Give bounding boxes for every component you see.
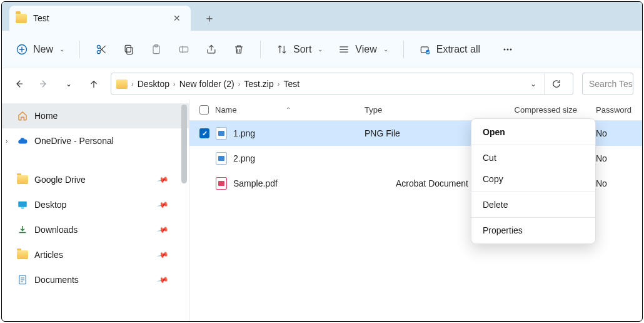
crumb-zip[interactable]: Test.zip xyxy=(244,79,273,89)
sidebar-item-label: OneDrive - Personal xyxy=(34,136,114,146)
chevron-right-icon: › xyxy=(238,80,241,88)
cloud-icon xyxy=(17,135,28,146)
svg-rect-7 xyxy=(179,46,188,51)
svg-rect-13 xyxy=(18,202,27,207)
svg-point-1 xyxy=(97,50,100,53)
copy-icon xyxy=(123,43,135,56)
crumb-newfolder[interactable]: New folder (2) xyxy=(179,79,234,89)
crumb-desktop[interactable]: Desktop xyxy=(138,79,169,89)
tab-bar: Test ✕ ＋ xyxy=(2,2,642,31)
sort-icon xyxy=(276,43,288,56)
sidebar-item-articles[interactable]: Articles 📌 xyxy=(2,242,189,267)
column-name[interactable]: Name xyxy=(215,105,237,115)
tab-close-button[interactable]: ✕ xyxy=(169,12,184,24)
file-password: No xyxy=(590,128,642,138)
refresh-button[interactable] xyxy=(544,73,568,95)
select-all-checkbox[interactable] xyxy=(199,105,209,115)
context-copy[interactable]: Copy xyxy=(471,168,595,190)
delete-button[interactable] xyxy=(226,38,251,61)
sidebar-item-downloads[interactable]: Downloads 📌 xyxy=(2,217,189,242)
share-icon xyxy=(205,43,218,56)
rename-button[interactable] xyxy=(171,38,196,61)
rename-icon xyxy=(178,43,190,56)
sidebar-item-label: Articles xyxy=(34,250,63,260)
sort-button[interactable]: Sort ⌄ xyxy=(269,38,329,61)
cut-button[interactable] xyxy=(89,38,114,61)
folder-icon xyxy=(116,79,128,89)
sidebar-item-label: Downloads xyxy=(34,225,78,235)
nav-up-button[interactable] xyxy=(86,76,102,92)
view-icon xyxy=(338,43,350,56)
image-file-icon xyxy=(216,152,227,165)
downloads-icon xyxy=(17,224,28,235)
file-list: Name ⌃ Type Compressed size Password ✓ 1… xyxy=(189,100,642,321)
chevron-right-icon: › xyxy=(131,80,134,88)
nav-back-button[interactable] xyxy=(11,76,27,92)
desktop-icon xyxy=(17,199,28,210)
svg-rect-4 xyxy=(125,45,131,52)
address-dropdown-button[interactable]: ⌄ xyxy=(526,79,540,88)
row-checkbox[interactable] xyxy=(199,153,209,163)
arrow-right-icon xyxy=(38,78,49,90)
file-name: 1.png xyxy=(233,128,255,138)
trash-icon xyxy=(233,43,245,56)
copy-button[interactable] xyxy=(116,38,141,61)
pdf-file-icon xyxy=(216,177,227,190)
column-password[interactable]: Password xyxy=(590,105,642,115)
breadcrumb-bar[interactable]: › Desktop › New folder (2) › Test.zip › … xyxy=(111,73,573,95)
plus-circle-icon xyxy=(16,43,28,56)
more-button[interactable] xyxy=(495,38,520,61)
new-tab-button[interactable]: ＋ xyxy=(199,8,219,28)
column-headers: Name ⌃ Type Compressed size Password xyxy=(189,100,642,121)
view-button[interactable]: View ⌄ xyxy=(331,38,394,61)
chevron-down-icon: ⌄ xyxy=(59,46,64,53)
column-size[interactable]: Compressed size xyxy=(490,105,590,115)
svg-point-10 xyxy=(504,48,506,50)
nav-recent-button[interactable]: ⌄ xyxy=(61,76,77,92)
chevron-down-icon: ⌄ xyxy=(66,79,72,88)
pin-icon: 📌 xyxy=(157,198,169,211)
sort-indicator-icon: ⌃ xyxy=(286,106,291,113)
chevron-right-icon[interactable]: › xyxy=(6,137,8,145)
context-delete[interactable]: Delete xyxy=(471,194,595,215)
file-password: No xyxy=(590,153,642,163)
sidebar-item-documents[interactable]: Documents 📌 xyxy=(2,267,189,292)
sidebar-item-google-drive[interactable]: Google Drive 📌 xyxy=(2,167,189,192)
column-type[interactable]: Type xyxy=(365,105,490,115)
file-name: 2.png xyxy=(233,153,255,163)
scrollbar-thumb[interactable] xyxy=(181,105,187,183)
chevron-right-icon: › xyxy=(173,80,176,88)
tab-title: Test xyxy=(33,13,163,23)
svg-point-11 xyxy=(507,48,509,50)
clipboard-icon xyxy=(150,43,163,56)
pin-icon: 📌 xyxy=(157,274,169,286)
sidebar-item-onedrive[interactable]: › OneDrive - Personal xyxy=(2,128,189,153)
paste-button[interactable] xyxy=(144,38,169,61)
arrow-up-icon xyxy=(88,78,99,90)
sidebar-item-home[interactable]: Home xyxy=(2,103,189,128)
tab-test[interactable]: Test ✕ xyxy=(9,6,191,31)
file-name: Sample.pdf xyxy=(233,178,278,188)
image-file-icon xyxy=(216,127,227,140)
share-button[interactable] xyxy=(199,38,224,61)
nav-forward-button[interactable] xyxy=(36,76,52,92)
context-open[interactable]: Open xyxy=(471,121,595,143)
navigation-sidebar: Home › OneDrive - Personal Google Drive … xyxy=(2,100,189,321)
sidebar-item-desktop[interactable]: Desktop 📌 xyxy=(2,192,189,217)
document-icon xyxy=(17,274,28,285)
context-cut[interactable]: Cut xyxy=(471,147,595,168)
crumb-test[interactable]: Test xyxy=(283,79,299,89)
search-input[interactable]: Search Test xyxy=(582,73,633,95)
new-button[interactable]: New ⌄ xyxy=(9,38,71,61)
context-properties[interactable]: Properties xyxy=(471,220,595,241)
row-checkbox[interactable] xyxy=(199,178,209,188)
row-checkbox[interactable]: ✓ xyxy=(199,128,209,138)
sidebar-item-label: Google Drive xyxy=(34,175,86,185)
scissors-icon xyxy=(95,43,108,56)
address-bar-row: ⌄ › Desktop › New folder (2) › Test.zip … xyxy=(2,68,642,100)
folder-icon xyxy=(17,249,28,260)
pin-icon: 📌 xyxy=(157,249,169,261)
extract-all-button[interactable]: Extract all xyxy=(413,38,486,61)
extract-icon xyxy=(419,43,431,56)
svg-point-12 xyxy=(510,48,512,50)
